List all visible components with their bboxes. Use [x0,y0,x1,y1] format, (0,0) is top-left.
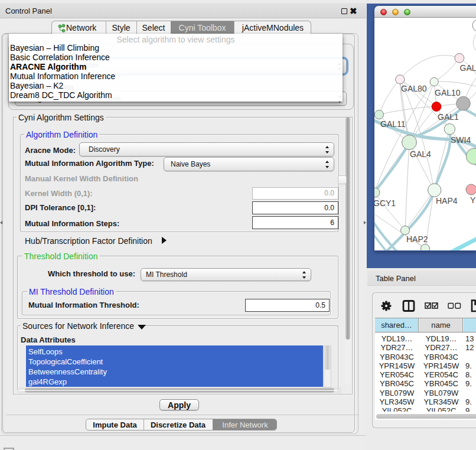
svg-text:GAL7: GAL7 [460,63,476,73]
svg-text:HAP2: HAP2 [406,234,428,244]
svg-text:GAL1: GAL1 [438,112,459,122]
svg-text:GAL80: GAL80 [401,84,427,93]
svg-text:SWI4: SWI4 [451,135,471,145]
svg-text:GAL10: GAL10 [435,88,461,97]
svg-text:YD: YD [470,195,476,205]
svg-text:GCY1: GCY1 [374,198,396,208]
svg-text:GAL11: GAL11 [380,119,406,129]
svg-text:GAL4: GAL4 [410,149,431,159]
svg-text:HAP4: HAP4 [436,196,458,206]
